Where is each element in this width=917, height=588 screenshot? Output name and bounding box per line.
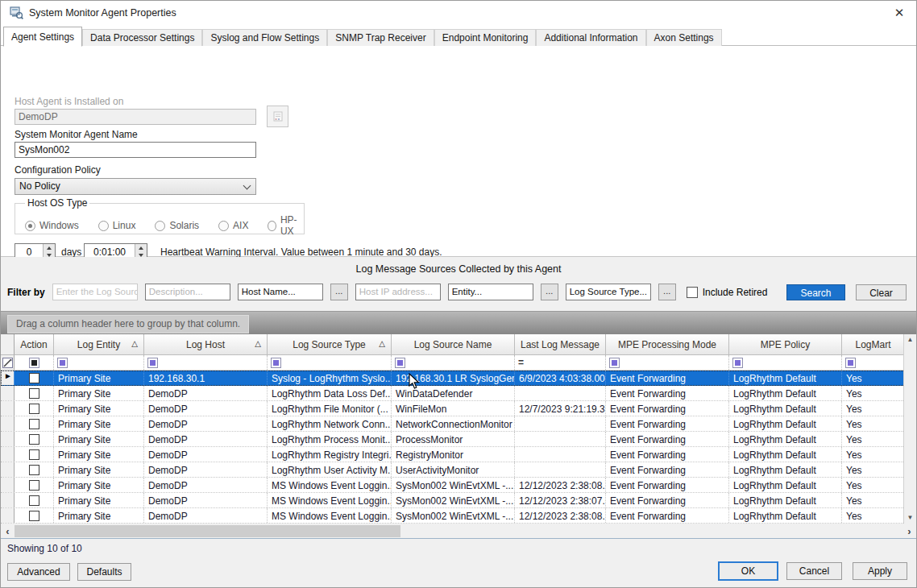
vertical-scrollbar[interactable]: ▲ ▼ — [903, 334, 916, 524]
tab-data-processor-settings[interactable]: Data Processor Settings — [82, 29, 202, 46]
filter-cell-host[interactable] — [144, 355, 268, 370]
row-checkbox[interactable] — [29, 465, 39, 475]
column-filter-icon[interactable] — [609, 358, 620, 368]
column-header-name[interactable]: Log Source Name — [392, 334, 515, 355]
filter-input-entity[interactable]: Entity... — [448, 284, 533, 300]
tab-syslog-and-flow-settings[interactable]: Syslog and Flow Settings — [202, 29, 327, 46]
filter-input-log-source-type[interactable]: Log Source Type... — [566, 284, 651, 300]
browse-button-log-source-type-browse[interactable]: ... — [658, 284, 676, 300]
table-row[interactable]: Primary SiteDemoDPLogRhythm User Activit… — [1, 462, 916, 478]
cancel-button[interactable]: Cancel — [786, 562, 842, 580]
filter-cell-action[interactable] — [15, 355, 54, 370]
table-row[interactable]: Primary SiteDemoDPMS Windows Event Loggi… — [1, 478, 916, 493]
filter-input-host-ip[interactable]: Host IP address... — [355, 284, 441, 300]
cell-action[interactable] — [15, 386, 54, 400]
cell-action[interactable] — [15, 493, 54, 507]
os-radio-windows[interactable]: Windows — [25, 220, 79, 231]
cell-action[interactable] — [15, 432, 54, 446]
filter-cell-entity[interactable] — [54, 355, 144, 370]
column-header-entity[interactable]: Log Entity△ — [54, 334, 144, 355]
column-header-mode[interactable]: MPE Processing Mode — [606, 334, 729, 355]
cell-action[interactable] — [15, 478, 54, 492]
column-header-logmart[interactable]: LogMart — [842, 334, 905, 355]
column-filter-icon[interactable] — [271, 358, 281, 368]
filter-cell-type[interactable] — [268, 355, 392, 370]
horizontal-scroll-thumb[interactable] — [15, 525, 400, 537]
close-icon[interactable]: ✕ — [890, 6, 908, 20]
filter-cell-logmart[interactable] — [842, 355, 905, 370]
cell-action[interactable] — [15, 401, 54, 416]
browse-button-host-name-browse[interactable]: ... — [330, 284, 348, 300]
edit-filter-cell[interactable] — [1, 355, 15, 370]
os-radio-aix[interactable]: AIX — [218, 220, 248, 231]
horizontal-scrollbar[interactable]: ‹ › — [1, 524, 916, 539]
agent-settings-panel: Host Agent is Installed on DemoDP System… — [1, 46, 916, 257]
table-row[interactable]: Primary SiteDemoDPLogRhythm File Monitor… — [1, 401, 916, 416]
row-checkbox[interactable] — [29, 373, 39, 383]
row-checkbox[interactable] — [29, 404, 39, 414]
os-radio-solaris[interactable]: Solaris — [155, 220, 199, 231]
filter-cell-mode[interactable] — [606, 355, 729, 370]
column-filter-icon[interactable] — [395, 358, 405, 368]
ok-button[interactable]: OK — [718, 561, 778, 581]
tab-endpoint-monitoring[interactable]: Endpoint Monitoring — [434, 29, 537, 46]
row-checkbox[interactable] — [29, 434, 39, 445]
agent-name-input[interactable]: SysMon002 — [15, 142, 256, 158]
cell-action[interactable] — [15, 508, 54, 523]
search-button[interactable]: Search — [786, 284, 845, 300]
filter-cell-last[interactable]: = — [515, 355, 606, 370]
filter-input-host-name[interactable]: Host Name... — [238, 284, 323, 300]
include-retired-checkbox[interactable] — [687, 287, 698, 298]
filter-cell-name[interactable] — [392, 355, 515, 370]
os-radio-linux[interactable]: Linux — [98, 220, 136, 231]
filter-input-description[interactable]: Description... — [145, 284, 230, 300]
tab-snmp-trap-receiver[interactable]: SNMP Trap Receiver — [327, 29, 434, 46]
scroll-right-icon[interactable]: › — [902, 524, 916, 538]
row-checkbox[interactable] — [29, 511, 39, 521]
equals-filter-icon[interactable]: = — [518, 357, 524, 368]
cell-action[interactable] — [15, 462, 54, 477]
browse-button-entity-browse[interactable]: ... — [541, 284, 558, 300]
filter-cell-policy[interactable] — [729, 355, 842, 370]
clear-button[interactable]: Clear — [856, 284, 907, 300]
host-agent-browse-button[interactable] — [267, 106, 288, 127]
defaults-button[interactable]: Defaults — [77, 563, 131, 581]
column-header-policy[interactable]: MPE Policy — [729, 334, 842, 355]
cell-action[interactable] — [15, 416, 54, 431]
column-header-host[interactable]: Log Host△ — [144, 334, 268, 355]
column-header-action[interactable]: Action — [15, 334, 54, 355]
advanced-button[interactable]: Advanced — [7, 563, 70, 581]
column-header-type[interactable]: Log Source Type△ — [268, 334, 392, 355]
table-row[interactable]: Primary SiteDemoDPLogRhythm Network Conn… — [1, 416, 916, 432]
column-header-last[interactable]: Last Log Message — [515, 334, 606, 355]
select-all-filter-icon[interactable] — [29, 358, 39, 368]
column-filter-icon[interactable] — [845, 358, 856, 368]
row-checkbox[interactable] — [29, 449, 39, 460]
days-up-button[interactable] — [44, 244, 55, 252]
cell-action[interactable] — [15, 371, 54, 385]
scroll-down-icon[interactable]: ▼ — [907, 514, 914, 522]
table-row[interactable]: Primary SiteDemoDPMS Windows Event Loggi… — [1, 508, 916, 524]
os-radio-hp-ux[interactable]: HP-UX — [268, 214, 304, 237]
column-filter-icon[interactable] — [732, 358, 743, 368]
column-filter-icon[interactable] — [57, 358, 68, 368]
table-row[interactable]: ►Primary Site192.168.30.1Syslog - LogRhy… — [1, 371, 916, 386]
config-policy-select[interactable]: No Policy — [15, 178, 256, 195]
table-row[interactable]: Primary SiteDemoDPMS Windows Event Loggi… — [1, 493, 916, 508]
row-checkbox[interactable] — [29, 388, 39, 399]
time-up-button[interactable] — [135, 244, 147, 252]
table-row[interactable]: Primary SiteDemoDPLogRhythm Process Moni… — [1, 432, 916, 447]
column-filter-icon[interactable] — [147, 358, 158, 368]
row-checkbox[interactable] — [29, 419, 39, 429]
cell-action[interactable] — [15, 447, 54, 462]
tab-axon-settings[interactable]: Axon Settings — [646, 29, 722, 46]
row-checkbox[interactable] — [29, 480, 39, 491]
scroll-left-icon[interactable]: ‹ — [1, 524, 15, 538]
table-row[interactable]: Primary SiteDemoDPLogRhythm Data Loss De… — [1, 386, 916, 401]
row-checkbox[interactable] — [29, 495, 39, 506]
tab-agent-settings[interactable]: Agent Settings — [3, 27, 82, 47]
scroll-up-icon[interactable]: ▲ — [907, 336, 914, 344]
tab-additional-information[interactable]: Additional Information — [536, 29, 645, 46]
apply-button[interactable]: Apply — [853, 562, 907, 580]
table-row[interactable]: Primary SiteDemoDPLogRhythm Registry Int… — [1, 447, 916, 462]
